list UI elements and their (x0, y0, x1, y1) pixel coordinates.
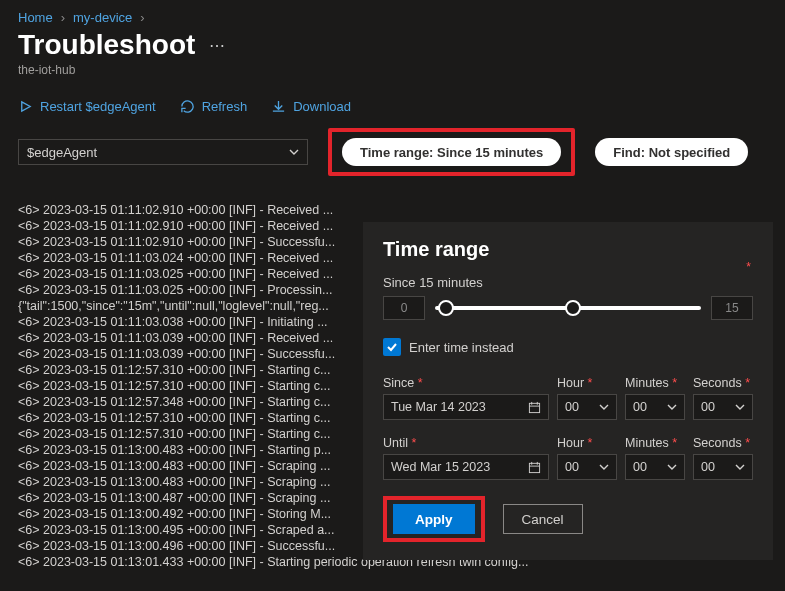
enter-time-checkbox[interactable] (383, 338, 401, 356)
since-sec-select[interactable]: 00 (693, 394, 753, 420)
chevron-right-icon: › (140, 10, 144, 25)
module-select[interactable]: $edgeAgent (18, 139, 308, 165)
since-sec-label: Seconds (693, 376, 742, 390)
find-pill[interactable]: Find: Not specified (595, 138, 748, 166)
chevron-down-icon (289, 147, 299, 157)
until-hour-label: Hour (557, 436, 584, 450)
chevron-down-icon (599, 402, 609, 412)
restart-label: Restart $edgeAgent (40, 99, 156, 114)
enter-time-label: Enter time instead (409, 340, 514, 355)
since-date-input[interactable]: Tue Mar 14 2023 (383, 394, 549, 420)
svg-rect-1 (529, 403, 539, 412)
until-sec-select[interactable]: 00 (693, 454, 753, 480)
slider-min-input[interactable] (383, 296, 425, 320)
until-min-select[interactable]: 00 (625, 454, 685, 480)
until-date-input[interactable]: Wed Mar 15 2023 (383, 454, 549, 480)
slider-thumb-right[interactable] (565, 300, 581, 316)
since-minutes-label: Since 15 minutes (383, 275, 753, 290)
chevron-down-icon (599, 462, 609, 472)
play-icon (18, 99, 33, 114)
panel-title: Time range (383, 238, 753, 261)
chevron-down-icon (667, 402, 677, 412)
svg-rect-2 (529, 463, 539, 472)
page-title: Troubleshoot (18, 29, 195, 61)
time-range-pill[interactable]: Time range: Since 15 minutes (342, 138, 561, 166)
refresh-label: Refresh (202, 99, 248, 114)
log-line: <6> 2023-03-15 01:11:02.910 +00:00 [INF]… (18, 202, 528, 218)
since-hour-label: Hour (557, 376, 584, 390)
refresh-icon (180, 99, 195, 114)
calendar-icon (528, 461, 541, 474)
since-date-value: Tue Mar 14 2023 (391, 400, 486, 414)
breadcrumb-home[interactable]: Home (18, 10, 53, 25)
highlight-apply: Apply (383, 496, 485, 542)
slider-thumb-left[interactable] (438, 300, 454, 316)
required-indicator: * (746, 260, 751, 274)
chevron-down-icon (735, 462, 745, 472)
download-icon (271, 99, 286, 114)
check-icon (386, 341, 398, 353)
chevron-down-icon (735, 402, 745, 412)
since-min-select[interactable]: 00 (625, 394, 685, 420)
until-label: Until (383, 436, 408, 450)
since-min-label: Minutes (625, 376, 669, 390)
calendar-icon (528, 401, 541, 414)
download-button[interactable]: Download (271, 99, 351, 114)
module-select-value: $edgeAgent (27, 145, 97, 160)
refresh-button[interactable]: Refresh (180, 99, 248, 114)
svg-marker-0 (22, 102, 30, 111)
breadcrumb-device[interactable]: my-device (73, 10, 132, 25)
until-sec-label: Seconds (693, 436, 742, 450)
toolbar: Restart $edgeAgent Refresh Download (0, 91, 785, 128)
apply-button[interactable]: Apply (393, 504, 475, 534)
since-hour-select[interactable]: 00 (557, 394, 617, 420)
highlight-time-range: Time range: Since 15 minutes (328, 128, 575, 176)
since-label: Since (383, 376, 414, 390)
time-slider[interactable] (435, 306, 701, 310)
until-min-label: Minutes (625, 436, 669, 450)
slider-max-input[interactable] (711, 296, 753, 320)
chevron-right-icon: › (61, 10, 65, 25)
breadcrumb: Home › my-device › (0, 0, 785, 29)
time-range-panel: Time range * Since 15 minutes Enter time… (363, 222, 773, 560)
more-icon[interactable]: ⋯ (209, 36, 225, 55)
download-label: Download (293, 99, 351, 114)
until-date-value: Wed Mar 15 2023 (391, 460, 490, 474)
restart-button[interactable]: Restart $edgeAgent (18, 99, 156, 114)
until-hour-select[interactable]: 00 (557, 454, 617, 480)
cancel-button[interactable]: Cancel (503, 504, 583, 534)
chevron-down-icon (667, 462, 677, 472)
page-subtitle: the-iot-hub (0, 61, 785, 91)
